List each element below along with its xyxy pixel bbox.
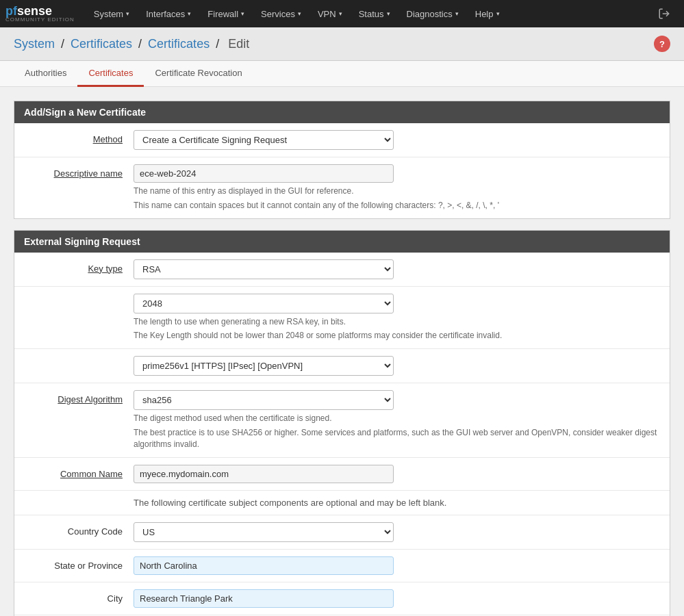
tab-authorities[interactable]: Authorities (14, 61, 77, 87)
digest-select[interactable]: sha1 sha224 sha256 sha384 sha512 (134, 390, 394, 410)
key-type-label: Key type (24, 259, 134, 274)
key-length-select[interactable]: 512 1024 2048 4096 (134, 294, 394, 313)
city-field (134, 589, 660, 608)
chevron-down-icon: ▾ (126, 10, 129, 17)
state-label: State or Province (24, 556, 134, 571)
key-length-hint1: The length to use when generating a new … (134, 316, 660, 328)
help-icon[interactable]: ? (654, 36, 670, 52)
digest-field: sha1 sha224 sha256 sha384 sha512 The dig… (134, 390, 660, 450)
method-select[interactable]: Create a Certificate Signing Request Imp… (134, 130, 394, 150)
desc-hint2: This name can contain spaces but it cann… (134, 200, 660, 211)
descriptive-name-input[interactable] (134, 164, 394, 183)
breadcrumb-edit: Edit (228, 37, 249, 51)
curve-select[interactable]: prime256v1 [HTTPS] [IPsec] [OpenVPN] sec… (134, 356, 394, 376)
country-field: US CA GB DE FR (134, 522, 660, 542)
breadcrumb-certificates1[interactable]: Certificates (71, 37, 132, 51)
descriptive-name-label: Descriptive name (24, 164, 134, 179)
city-label: City (24, 589, 134, 604)
tab-certificates[interactable]: Certificates (77, 61, 144, 87)
key-length-row: 512 1024 2048 4096 The length to use whe… (14, 287, 670, 350)
logout-button[interactable] (650, 0, 679, 27)
chevron-down-icon: ▾ (496, 10, 500, 17)
nav-status[interactable]: Status ▾ (351, 0, 398, 27)
descriptive-name-row: Descriptive name The name of this entry … (14, 157, 670, 218)
nav-interfaces[interactable]: Interfaces ▾ (138, 0, 199, 27)
main-content: Add/Sign a New Certificate Method Create… (0, 87, 684, 616)
city-input[interactable] (134, 589, 394, 608)
optional-note: The following certificate subject compon… (14, 491, 670, 515)
method-row: Method Create a Certificate Signing Requ… (14, 123, 670, 157)
logout-icon (658, 8, 670, 20)
nav-help[interactable]: Help ▾ (467, 0, 508, 27)
add-certificate-panel: Add/Sign a New Certificate Method Create… (14, 101, 670, 219)
tabs-bar: Authorities Certificates Certificate Rev… (0, 61, 684, 87)
key-length-field: 512 1024 2048 4096 The length to use whe… (134, 294, 660, 342)
breadcrumb-certificates2[interactable]: Certificates (148, 37, 210, 51)
country-select[interactable]: US CA GB DE FR (134, 522, 394, 542)
tab-revocation[interactable]: Certificate Revocation (144, 61, 253, 87)
chevron-down-icon: ▾ (188, 10, 191, 17)
breadcrumb-bar: System / Certificates / Certificates / E… (0, 27, 684, 61)
digest-hint2: The best practice is to use SHA256 or hi… (134, 427, 660, 450)
navbar: pfsense COMMUNITY EDITION System ▾ Inter… (0, 0, 684, 27)
breadcrumb: System / Certificates / Certificates / E… (14, 37, 252, 51)
country-label: Country Code (24, 522, 134, 537)
nav-firewall[interactable]: Firewall ▾ (199, 0, 253, 27)
desc-hint1: The name of this entry as displayed in t… (134, 185, 660, 197)
digest-hint1: The digest method used when the certific… (134, 413, 660, 424)
chevron-down-icon: ▾ (339, 10, 342, 17)
state-row: State or Province (14, 550, 670, 582)
digest-label: Digest Algorithm (24, 390, 134, 405)
key-type-row: Key type RSA ECDSA (14, 253, 670, 287)
nav-vpn[interactable]: VPN ▾ (309, 0, 351, 27)
key-type-select[interactable]: RSA ECDSA (134, 259, 394, 279)
chevron-down-icon: ▾ (455, 10, 459, 17)
state-input[interactable] (134, 556, 394, 575)
key-length-hint2: The Key Length should not be lower than … (134, 330, 660, 342)
curve-label (24, 356, 134, 360)
method-label: Method (24, 130, 134, 144)
common-name-field (134, 465, 660, 483)
method-field: Create a Certificate Signing Request Imp… (134, 130, 660, 150)
common-name-row: Common Name (14, 458, 670, 491)
brand-logo: pfsense COMMUNITY EDITION (5, 5, 75, 23)
country-row: Country Code US CA GB DE FR (14, 515, 670, 550)
city-row: City (14, 582, 670, 615)
state-field (134, 556, 660, 575)
curve-row: prime256v1 [HTTPS] [IPsec] [OpenVPN] sec… (14, 349, 670, 383)
external-signing-panel: External Signing Request Key type RSA EC… (14, 230, 670, 616)
common-name-input[interactable] (134, 465, 394, 483)
chevron-down-icon: ▾ (241, 10, 244, 17)
chevron-down-icon: ▾ (298, 10, 301, 17)
chevron-down-icon: ▾ (387, 10, 390, 17)
add-certificate-header: Add/Sign a New Certificate (14, 101, 670, 123)
nav-services[interactable]: Services ▾ (253, 0, 309, 27)
common-name-label: Common Name (24, 465, 134, 479)
key-type-field: RSA ECDSA (134, 259, 660, 279)
curve-field: prime256v1 [HTTPS] [IPsec] [OpenVPN] sec… (134, 356, 660, 376)
digest-row: Digest Algorithm sha1 sha224 sha256 sha3… (14, 383, 670, 457)
external-signing-header: External Signing Request (14, 231, 670, 253)
nav-diagnostics[interactable]: Diagnostics ▾ (398, 0, 467, 27)
nav-system[interactable]: System ▾ (86, 0, 138, 27)
breadcrumb-system[interactable]: System (14, 37, 55, 51)
key-length-label (24, 294, 134, 298)
descriptive-name-field: The name of this entry as displayed in t… (134, 164, 660, 211)
